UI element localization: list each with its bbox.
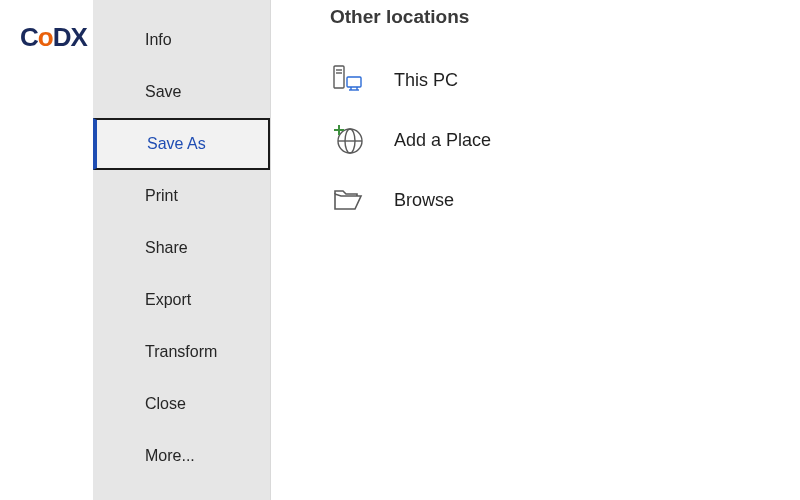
add-place-icon (330, 122, 366, 158)
location-label: Browse (394, 190, 454, 211)
menu-item-save-as[interactable]: Save As (93, 118, 270, 170)
menu-item-transform[interactable]: Transform (93, 326, 270, 378)
menu-item-label: Export (145, 291, 191, 309)
menu-item-export[interactable]: Export (93, 274, 270, 326)
menu-item-label: Share (145, 239, 188, 257)
this-pc-icon (330, 62, 366, 98)
menu-item-label: More... (145, 447, 195, 465)
menu-item-label: Transform (145, 343, 217, 361)
menu-item-label: Info (145, 31, 172, 49)
location-label: Add a Place (394, 130, 491, 151)
menu-item-info[interactable]: Info (93, 14, 270, 66)
location-browse[interactable]: Browse (330, 170, 800, 230)
menu-item-label: Save (145, 83, 181, 101)
location-add-place[interactable]: Add a Place (330, 110, 800, 170)
svg-rect-3 (347, 77, 361, 87)
location-label: This PC (394, 70, 458, 91)
menu-item-label: Close (145, 395, 186, 413)
logo: CoDX (20, 22, 87, 53)
backstage-menu: Info Save Save As Print Share Export Tra… (93, 0, 270, 482)
menu-item-close[interactable]: Close (93, 378, 270, 430)
backstage-sidebar: Info Save Save As Print Share Export Tra… (93, 0, 271, 500)
browse-icon (330, 182, 366, 218)
menu-item-print[interactable]: Print (93, 170, 270, 222)
menu-item-label: Print (145, 187, 178, 205)
menu-item-save[interactable]: Save (93, 66, 270, 118)
location-this-pc[interactable]: This PC (330, 50, 800, 110)
menu-item-label: Save As (147, 135, 206, 153)
main-panel: Other locations This PC (272, 0, 800, 500)
menu-item-more[interactable]: More... (93, 430, 270, 482)
section-title: Other locations (330, 6, 800, 28)
menu-item-share[interactable]: Share (93, 222, 270, 274)
